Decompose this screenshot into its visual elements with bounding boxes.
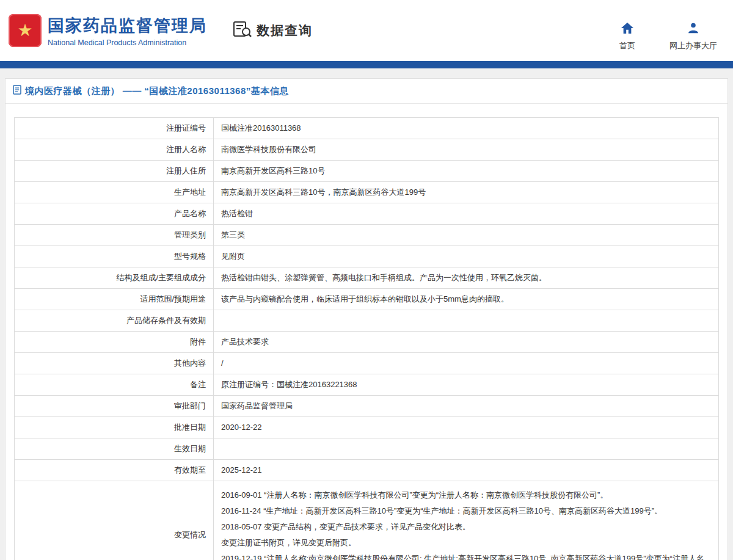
table-row: 管理类别 第三类 [15,225,719,246]
table-row: 审批部门 国家药品监督管理局 [15,396,719,417]
table-row: 有效期至 2025-12-21 [15,460,719,481]
field-label: 变更情况 [15,481,214,560]
field-value: / [214,353,719,374]
field-value: 南微医学科技股份有限公司 [214,139,719,161]
field-label: 管理类别 [15,225,214,246]
field-value: 产品技术要求 [214,332,719,353]
data-query-title: 数据查询 [257,22,313,39]
field-value: 2020-12-22 [214,417,719,438]
field-label: 其他内容 [15,353,214,374]
field-label: 有效期至 [15,460,214,481]
field-value [214,310,719,332]
site-header: ★ 国家药品监督管理局 National Medical Products Ad… [0,0,733,61]
table-row: 其他内容 / [15,353,719,374]
field-label: 产品储存条件及有效期 [15,310,214,332]
table-row: 备注 原注册证编号：国械注准20163221368 [15,374,719,396]
nav-home[interactable]: 首页 [619,22,635,51]
field-value: 热活检钳由钳头、涂塑弹簧管、高频电接口和手柄组成。产品为一次性使用，环氧乙烷灭菌… [214,267,719,289]
field-value: 第三类 [214,225,719,246]
data-query-section: 数据查询 [233,21,313,40]
nav-home-label: 首页 [619,40,635,51]
nav-online-hall[interactable]: 网上办事大厅 [669,22,717,51]
table-row: 产品名称 热活检钳 [15,203,719,225]
header-divider-bar [0,61,733,68]
registration-info-table: 注册证编号 国械注准20163011368 注册人名称 南微医学科技股份有限公司… [14,117,719,560]
table-row: 注册人住所 南京高新开发区高科三路10号 [15,161,719,182]
field-value: 该产品与内窥镜配合使用，临床适用于组织标本的钳取以及小于5mm息肉的摘取。 [214,289,719,310]
table-row-change-history: 变更情况 2016-09-01 “注册人名称：南京微创医学科技有限公司”变更为“… [15,481,719,560]
table-row: 批准日期 2020-12-22 [15,417,719,438]
field-label: 批准日期 [15,417,214,438]
field-value: 国械注准20163011368 [214,118,719,139]
table-row: 注册证编号 国械注准20163011368 [15,118,719,139]
field-label: 生产地址 [15,182,214,203]
emblem-star-icon: ★ [17,22,32,39]
field-label: 注册证编号 [15,118,214,139]
org-name-en: National Medical Products Administration [48,38,207,47]
field-label: 附件 [15,332,214,353]
field-label: 产品名称 [15,203,214,225]
field-value [214,438,719,460]
field-value: 南京高新开发区高科三路10号 [214,161,719,182]
field-label: 备注 [15,374,214,396]
data-query-icon [233,21,252,40]
field-label: 适用范围/预期用途 [15,289,214,310]
field-label: 注册人住所 [15,161,214,182]
field-value: 2016-09-01 “注册人名称：南京微创医学科技有限公司”变更为“注册人名称… [214,481,719,560]
nav-online-hall-label: 网上办事大厅 [669,40,717,51]
document-icon [13,85,21,97]
field-label: 生效日期 [15,438,214,460]
content-panel: 境内医疗器械（注册） —— “国械注准20163011368”基本信息 注册证编… [5,78,728,560]
page-title: 境内医疗器械（注册） —— “国械注准20163011368”基本信息 [25,85,289,97]
field-label: 审批部门 [15,396,214,417]
field-label: 结构及组成/主要组成成分 [15,267,214,289]
home-icon [621,22,634,37]
org-name-block: 国家药品监督管理局 National Medical Products Admi… [48,15,207,47]
user-icon [687,22,699,37]
field-value: 热活检钳 [214,203,719,225]
top-nav: 首页 网上办事大厅 [619,22,717,51]
org-name-cn: 国家药品监督管理局 [48,15,207,37]
field-label: 型号规格 [15,246,214,267]
national-emblem-logo: ★ [9,14,42,47]
table-row: 附件 产品技术要求 [15,332,719,353]
field-value: 2025-12-21 [214,460,719,481]
table-row: 生产地址 南京高新开发区高科三路10号，南京高新区药谷大道199号 [15,182,719,203]
field-value: 见附页 [214,246,719,267]
field-value: 国家药品监督管理局 [214,396,719,417]
table-row: 型号规格 见附页 [15,246,719,267]
page-title-bar: 境内医疗器械（注册） —— “国械注准20163011368”基本信息 [5,79,728,104]
table-row: 生效日期 [15,438,719,460]
field-value: 原注册证编号：国械注准20163221368 [214,374,719,396]
field-value: 南京高新开发区高科三路10号，南京高新区药谷大道199号 [214,182,719,203]
table-row: 结构及组成/主要组成成分 热活检钳由钳头、涂塑弹簧管、高频电接口和手柄组成。产品… [15,267,719,289]
table-row: 适用范围/预期用途 该产品与内窥镜配合使用，临床适用于组织标本的钳取以及小于5m… [15,289,719,310]
table-row: 注册人名称 南微医学科技股份有限公司 [15,139,719,161]
field-label: 注册人名称 [15,139,214,161]
table-row: 产品储存条件及有效期 [15,310,719,332]
